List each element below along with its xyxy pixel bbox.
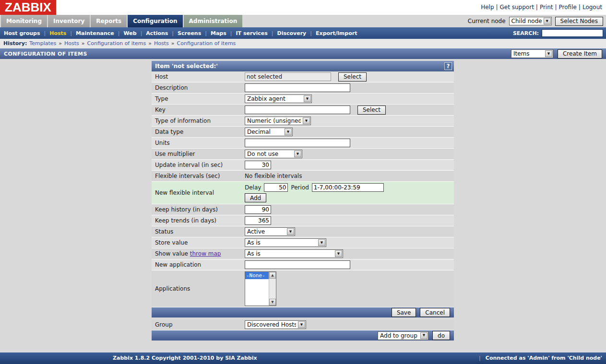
keep-history-input[interactable]: [245, 205, 271, 214]
logout-link[interactable]: Logout: [582, 4, 602, 11]
keep-history-row: Keep history (in days): [152, 204, 454, 215]
units-input[interactable]: [245, 139, 350, 147]
main-tab-strip: Monitoring Inventory Reports Configurati…: [0, 15, 606, 27]
menu-actions[interactable]: Actions: [146, 30, 168, 36]
zabbix-logo[interactable]: ZABBIX: [0, 0, 56, 15]
dropdown-arrow-icon: ▼: [298, 321, 305, 328]
tab-inventory[interactable]: Inventory: [48, 15, 90, 27]
help-icon[interactable]: ?: [444, 62, 452, 70]
view-select[interactable]: Items ▼: [511, 49, 553, 58]
use-multiplier-select[interactable]: Do not use ▼: [245, 150, 302, 158]
scrollbar-down-icon[interactable]: ▼: [269, 299, 276, 305]
add-to-group-select[interactable]: Add to group ▼: [378, 331, 428, 340]
scrollbar-up-icon[interactable]: ▲: [269, 272, 276, 279]
period-input[interactable]: [312, 183, 384, 192]
history-link-templates[interactable]: Templates: [29, 40, 56, 47]
key-select-button[interactable]: Select: [357, 106, 386, 115]
applications-label: Applications: [152, 285, 245, 292]
show-value-row: Show value throw map As is ▼: [152, 248, 454, 259]
keep-trends-input[interactable]: [245, 216, 271, 225]
applications-listbox[interactable]: -None- ▲ ▼: [245, 271, 276, 306]
flexible-intervals-label: Flexible intervals (sec): [152, 173, 245, 179]
applications-option-none[interactable]: -None-: [245, 272, 269, 279]
store-value-select[interactable]: As is ▼: [245, 238, 326, 247]
status-select[interactable]: Active ▼: [245, 227, 295, 236]
select-nodes-button[interactable]: Select Nodes: [555, 17, 603, 26]
type-label: Type: [152, 95, 245, 102]
key-input[interactable]: [245, 106, 350, 114]
search-input[interactable]: [542, 29, 603, 37]
menu-hosts[interactable]: Hosts: [49, 30, 66, 36]
menu-maps[interactable]: Maps: [211, 30, 226, 36]
history-link-config-items-1[interactable]: Configuration of items: [87, 40, 146, 47]
description-input[interactable]: [245, 83, 350, 92]
get-support-link[interactable]: Get support: [500, 4, 540, 11]
description-row: Description: [152, 82, 454, 94]
dropdown-arrow-icon: ▼: [304, 95, 311, 102]
tab-reports[interactable]: Reports: [91, 15, 127, 27]
menu-export-import[interactable]: Export/Import: [316, 30, 357, 36]
new-application-input[interactable]: [245, 260, 350, 269]
tab-configuration[interactable]: Configuration: [128, 15, 182, 27]
dropdown-arrow-icon: ▼: [303, 117, 310, 124]
type-of-information-select[interactable]: Numeric (unsigned) ▼: [245, 117, 311, 125]
keep-trends-label: Keep trends (in days): [152, 217, 245, 224]
cancel-button[interactable]: Cancel: [420, 308, 450, 317]
type-of-information-label: Type of information: [152, 117, 245, 124]
current-node-select[interactable]: Child node ▼: [509, 17, 552, 25]
menu-it-services[interactable]: IT services: [236, 30, 267, 36]
history-link-hosts-1[interactable]: Hosts: [64, 40, 79, 47]
menu-discovery[interactable]: Discovery: [277, 30, 307, 36]
menu-bar: Host groups| Hosts| Maintenance| Web| Ac…: [0, 27, 606, 39]
copyright-text: Zabbix 1.8.2 Copyright 2001-2010 by SIA …: [113, 352, 257, 364]
period-label: Period: [291, 184, 309, 191]
menu-host-groups[interactable]: Host groups: [4, 30, 40, 36]
zabbix-page: ZABBIX HelpGet supportPrintProfileLogout…: [0, 0, 606, 364]
tab-monitoring[interactable]: Monitoring: [1, 15, 47, 27]
host-input[interactable]: [245, 72, 331, 81]
show-value-select[interactable]: As is ▼: [245, 249, 343, 258]
current-node-bar: Current node Child node ▼ Select Nodes: [468, 15, 603, 27]
form-title-bar: Item 'not selected:' ?: [152, 61, 454, 71]
menu-maintenance[interactable]: Maintenance: [76, 30, 114, 36]
help-link[interactable]: Help: [481, 4, 499, 11]
dropdown-arrow-icon: ▼: [285, 129, 292, 135]
section-title-bar: CONFIGURATION OF ITEMS Items ▼ Create It…: [0, 48, 606, 59]
add-flexible-interval-button[interactable]: Add: [245, 193, 266, 202]
do-button[interactable]: do: [432, 331, 450, 340]
applications-scrollbar[interactable]: ▲ ▼: [269, 272, 276, 305]
store-value-label: Store value: [152, 239, 245, 246]
profile-link[interactable]: Profile: [559, 4, 582, 11]
group-label: Group: [152, 321, 245, 328]
history-link-hosts-2[interactable]: Hosts: [154, 40, 169, 47]
show-value-label: Show value throw map: [152, 250, 245, 257]
throw-map-link[interactable]: throw map: [190, 250, 221, 257]
host-select-button[interactable]: Select: [338, 72, 367, 82]
dropdown-arrow-icon: ▼: [318, 239, 325, 246]
delay-input[interactable]: [264, 183, 288, 192]
breadcrumb: History:TemplatesHostsConfiguration of i…: [0, 39, 606, 48]
dropdown-arrow-icon: ▼: [544, 18, 551, 24]
use-multiplier-row: Use multiplier Do not use ▼: [152, 149, 454, 160]
save-button[interactable]: Save: [392, 308, 416, 317]
page-footer: Zabbix 1.8.2 Copyright 2001-2010 by SIA …: [0, 352, 606, 364]
menu-web[interactable]: Web: [124, 30, 137, 36]
new-application-label: New application: [152, 261, 245, 268]
current-node-label: Current node: [468, 18, 506, 24]
history-link-config-items-2[interactable]: Configuration of items: [177, 40, 236, 47]
print-link[interactable]: Print: [540, 4, 559, 11]
menu-screens[interactable]: Screens: [178, 30, 201, 36]
status-row: Status Active ▼: [152, 226, 454, 237]
data-type-select[interactable]: Decimal ▼: [245, 128, 293, 136]
group-select[interactable]: Discovered Hosts ▼: [245, 320, 306, 329]
create-item-button[interactable]: Create Item: [558, 49, 602, 59]
store-value-row: Store value As is ▼: [152, 237, 454, 248]
update-interval-input[interactable]: [245, 161, 271, 169]
type-select[interactable]: Zabbix agent ▼: [245, 94, 312, 103]
form-action-bar: Save Cancel: [152, 307, 454, 317]
host-label: Host: [152, 73, 245, 80]
data-type-row: Data type Decimal ▼: [152, 127, 454, 138]
tab-administration[interactable]: Administration: [184, 15, 243, 27]
item-form: Item 'not selected:' ? Host Select Descr…: [152, 61, 454, 341]
update-interval-label: Update interval (in sec): [152, 162, 245, 168]
